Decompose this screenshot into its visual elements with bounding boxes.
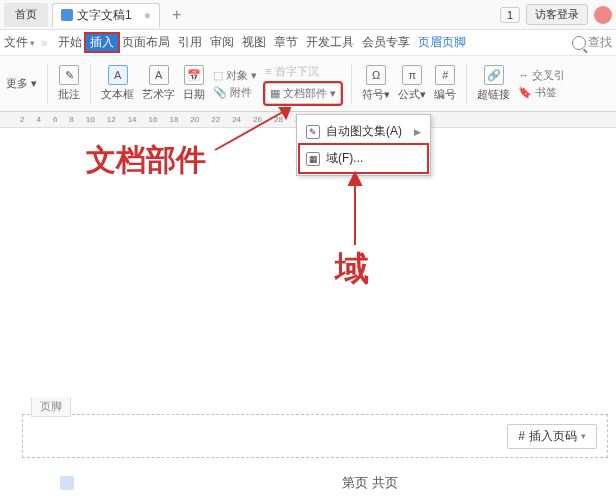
dropdown-autotext[interactable]: ✎ 自动图文集(A) ▶ <box>300 118 427 145</box>
ribbon-attachment[interactable]: 📎附件 <box>213 85 257 100</box>
file-menu[interactable]: 文件▾ <box>4 34 35 51</box>
ribbon-more[interactable]: 更多 ▾ <box>6 76 37 91</box>
tab-document[interactable]: 文字文稿1 ● <box>52 3 160 27</box>
menu-bar: 文件▾ » 开始 插入 页面布局 引用 审阅 视图 章节 开发工具 会员专享 页… <box>0 30 616 56</box>
ribbon-object[interactable]: ⬚对象 ▾ <box>213 68 257 83</box>
notification-badge[interactable]: 1 <box>500 7 520 23</box>
menu-header-footer[interactable]: 页眉页脚 <box>414 34 470 51</box>
page-indicator-icon <box>60 476 74 490</box>
ribbon-symbol[interactable]: Ω符号▾ <box>362 65 390 102</box>
menu-dev-tools[interactable]: 开发工具 <box>302 34 358 51</box>
search-icon <box>572 36 586 50</box>
ribbon-textbox[interactable]: A文本框 <box>101 65 134 102</box>
avatar-icon[interactable] <box>594 6 612 24</box>
menu-insert[interactable]: 插入 <box>86 34 118 51</box>
ribbon-hyperlink[interactable]: 🔗超链接 <box>477 65 510 102</box>
document-parts-dropdown: ✎ 自动图文集(A) ▶ ▦ 域(F)... <box>296 114 431 176</box>
menu-chapter[interactable]: 章节 <box>270 34 302 51</box>
footer-area[interactable]: 页脚 # 插入页码 ▾ <box>22 414 608 458</box>
menu-view[interactable]: 视图 <box>238 34 270 51</box>
field-icon: ▦ <box>306 152 320 166</box>
modified-indicator: ● <box>144 8 151 22</box>
document-icon <box>61 9 73 21</box>
title-bar: 首页 文字文稿1 ● + 1 访客登录 <box>0 0 616 30</box>
menu-page-layout[interactable]: 页面布局 <box>118 34 174 51</box>
page-icon: # <box>518 429 525 443</box>
new-tab-button[interactable]: + <box>172 6 181 24</box>
chevron-down-icon: ▾ <box>581 431 586 441</box>
chevron-right-icon: ▶ <box>414 127 421 137</box>
autotext-icon: ✎ <box>306 125 320 139</box>
dropdown-field[interactable]: ▦ 域(F)... <box>300 145 427 172</box>
menu-review[interactable]: 审阅 <box>206 34 238 51</box>
menu-member[interactable]: 会员专享 <box>358 34 414 51</box>
page-info-text: 第页 共页 <box>342 474 398 492</box>
ribbon-dropcap[interactable]: ≡首字下沉 <box>265 64 341 79</box>
tab-home[interactable]: 首页 <box>4 3 48 27</box>
ribbon-bookmark[interactable]: 🔖书签 <box>518 85 565 100</box>
ribbon-formula[interactable]: π公式▾ <box>398 65 426 102</box>
ribbon-toolbar: 更多 ▾ ✎批注 A文本框 A艺术字 📅日期 ⬚对象 ▾ 📎附件 ≡首字下沉 ▦… <box>0 56 616 112</box>
document-title: 文字文稿1 <box>77 7 132 24</box>
ribbon-crossref[interactable]: ↔交叉引 <box>518 68 565 83</box>
footer-tab[interactable]: 页脚 <box>31 397 71 417</box>
ribbon-comment[interactable]: ✎批注 <box>58 65 80 102</box>
menu-start[interactable]: 开始 <box>54 34 86 51</box>
menu-reference[interactable]: 引用 <box>174 34 206 51</box>
ribbon-date[interactable]: 📅日期 <box>183 65 205 102</box>
ribbon-number[interactable]: #编号 <box>434 65 456 102</box>
ribbon-document-parts[interactable]: ▦文档部件 ▾ <box>265 83 341 104</box>
insert-page-number-button[interactable]: # 插入页码 ▾ <box>507 424 597 449</box>
guest-login-button[interactable]: 访客登录 <box>526 4 588 25</box>
ribbon-wordart[interactable]: A艺术字 <box>142 65 175 102</box>
search-button[interactable]: 查找 <box>572 34 612 51</box>
page-info-line: 第页 共页 <box>60 474 596 492</box>
